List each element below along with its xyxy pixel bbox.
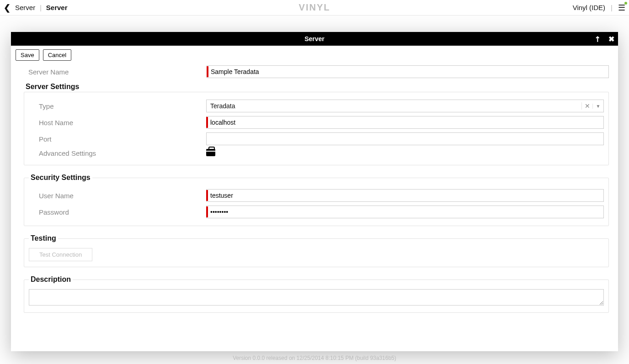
back-icon[interactable]: ❮ xyxy=(4,4,11,12)
server-name-input[interactable] xyxy=(207,65,609,78)
security-settings-legend: Security Settings xyxy=(29,174,92,182)
type-select-clear-icon[interactable]: ✕ xyxy=(581,102,592,110)
testing-legend: Testing xyxy=(29,234,58,243)
main-menu-button[interactable]: ☰ xyxy=(618,3,625,13)
advanced-settings-briefcase-icon[interactable] xyxy=(206,149,215,156)
test-connection-button[interactable]: Test Connection xyxy=(29,248,92,261)
server-settings-legend: Server Settings xyxy=(26,83,609,91)
advanced-settings-label: Advanced Settings xyxy=(29,149,206,157)
type-select-caret-icon[interactable]: ▼ xyxy=(592,104,603,109)
description-textarea[interactable] xyxy=(29,289,604,306)
cancel-button[interactable]: Cancel xyxy=(43,49,71,61)
type-select[interactable]: Teradata ✕ ▼ xyxy=(206,100,604,112)
modal-header: Server ↗ ✖ xyxy=(11,32,618,46)
version-footer: Version 0.0.0 released on 12/25/2014 8:1… xyxy=(0,355,629,361)
notification-dot-icon xyxy=(624,2,627,5)
modal-title: Server xyxy=(304,35,325,42)
context-label: Vinyl (IDE) xyxy=(573,4,605,11)
testing-group: Testing Test Connection xyxy=(24,234,609,267)
separator: | xyxy=(611,4,613,11)
description-group: Description xyxy=(24,275,609,313)
save-button[interactable]: Save xyxy=(16,49,39,61)
host-name-label: Host Name xyxy=(29,119,206,127)
close-icon[interactable]: ✖ xyxy=(608,35,614,43)
server-name-label: Server Name xyxy=(24,68,207,76)
user-name-label: User Name xyxy=(29,192,206,200)
host-name-input[interactable] xyxy=(206,116,604,129)
password-label: Password xyxy=(29,208,206,216)
workspace: Server ↗ ✖ Save Cancel Server Name Serve… xyxy=(0,16,629,364)
description-legend: Description xyxy=(29,275,73,284)
type-label: Type xyxy=(29,102,206,110)
user-name-input[interactable] xyxy=(206,189,604,202)
brand-logo: VINYL xyxy=(299,2,330,13)
breadcrumb-link-server[interactable]: Server xyxy=(15,4,35,11)
server-modal: Server ↗ ✖ Save Cancel Server Name Serve… xyxy=(11,32,618,351)
port-label: Port xyxy=(29,135,206,143)
type-select-value: Teradata xyxy=(207,102,581,110)
breadcrumb-current: Server xyxy=(46,4,68,11)
password-input[interactable] xyxy=(206,206,604,218)
server-settings-group: Type Teradata ✕ ▼ Host Name xyxy=(24,92,609,165)
port-input[interactable] xyxy=(206,132,604,145)
breadcrumb-separator: | xyxy=(40,4,42,11)
security-settings-group: Security Settings User Name Password xyxy=(24,174,609,226)
modal-body[interactable]: Server Name Server Settings Type Teradat… xyxy=(11,63,618,351)
popout-icon[interactable]: ↗ xyxy=(592,34,602,44)
top-navbar: ❮ Server | Server VINYL Vinyl (IDE) | ☰ xyxy=(0,0,629,16)
modal-toolbar: Save Cancel xyxy=(11,46,618,63)
